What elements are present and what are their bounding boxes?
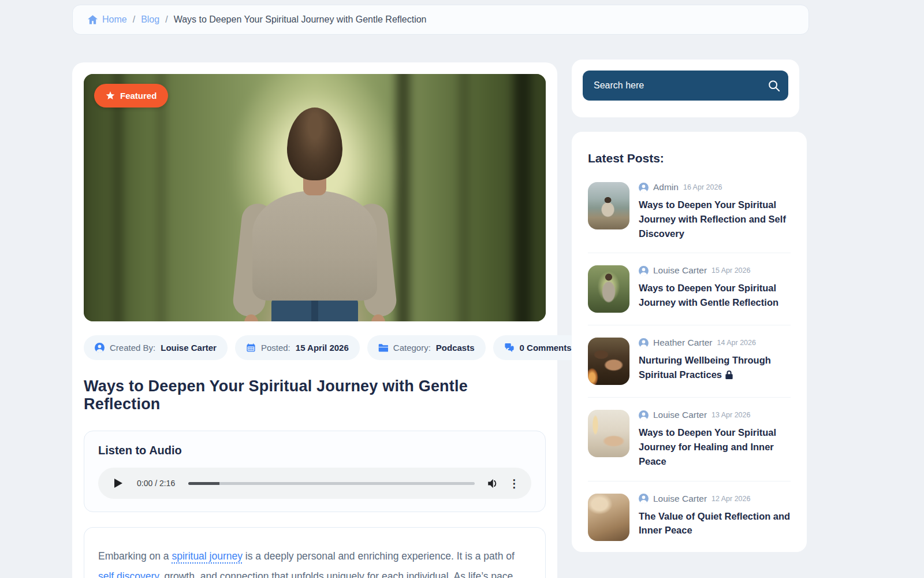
comments-count: 0 Comments — [520, 343, 572, 353]
author-avatar-icon — [639, 266, 649, 276]
post-title[interactable]: The Value of Quiet Reflection and Inner … — [639, 509, 791, 538]
meta-author-pill: Created By: Louise Carter — [84, 335, 228, 360]
article-body-card: Embarking on a spiritual journey is a de… — [84, 527, 546, 578]
post-author: Louise Carter — [653, 410, 707, 420]
list-item[interactable]: Louise Carter 15 Apr 2026 Ways to Deepen… — [588, 253, 791, 325]
self-discovery-link[interactable]: self discovery — [98, 570, 159, 578]
post-meta: Heather Carter 14 Apr 2026 — [639, 338, 791, 348]
post-thumbnail[interactable] — [588, 338, 629, 385]
post-thumbnail[interactable] — [588, 265, 629, 313]
breadcrumb-home-label: Home — [102, 14, 127, 25]
post-title[interactable]: Ways to Deepen Your Spiritual Journey wi… — [639, 198, 791, 240]
post-date: 12 Apr 2026 — [711, 495, 750, 503]
audio-player: 0:00 / 2:16 ⋮ — [98, 468, 531, 499]
folder-icon — [378, 343, 388, 352]
post-meta: Louise Carter 15 Apr 2026 — [639, 265, 791, 276]
post-date: 13 Apr 2026 — [711, 411, 750, 419]
audio-heading: Listen to Audio — [98, 444, 531, 457]
article-card: Featured Created By: Louise Carter Poste… — [72, 62, 557, 578]
author-avatar-icon — [639, 338, 649, 348]
post-thumbnail[interactable] — [588, 410, 629, 457]
search-button[interactable] — [767, 79, 780, 92]
home-icon — [88, 15, 98, 24]
article-hero-image: Featured — [84, 74, 546, 321]
post-author: Louise Carter — [653, 265, 707, 276]
post-meta: Admin 16 Apr 2026 — [639, 182, 791, 192]
breadcrumb: Home / Blog / Ways to Deepen Your Spirit… — [72, 5, 809, 35]
post-date: 15 Apr 2026 — [711, 266, 750, 275]
paragraph-text: is a deeply personal and enriching exper… — [243, 550, 515, 562]
list-item[interactable]: Heather Carter 14 Apr 2026 Nurturing Wel… — [588, 325, 791, 398]
post-title[interactable]: Ways to Deepen Your Spiritual Journey fo… — [639, 425, 791, 468]
created-by-label: Created By: — [110, 343, 155, 353]
audio-seek-bar[interactable] — [188, 482, 475, 485]
paragraph-text: , growth, and connection that unfolds un… — [98, 570, 524, 578]
breadcrumb-home-link[interactable]: Home — [88, 14, 127, 25]
meta-posted-pill: Posted: 15 April 2026 — [235, 335, 360, 360]
post-author: Admin — [653, 182, 679, 192]
article-meta-row: Created By: Louise Carter Posted: 15 Apr… — [84, 335, 546, 360]
audio-section: Listen to Audio 0:00 / 2:16 ⋮ — [84, 431, 546, 512]
list-item[interactable]: Louise Carter 12 Apr 2026 The Value of Q… — [588, 481, 791, 553]
meta-comments-pill[interactable]: 0 Comments — [493, 335, 583, 360]
latest-posts-card: Latest Posts: Admin 16 Apr 2026 Ways to … — [572, 132, 807, 552]
volume-icon[interactable] — [488, 479, 499, 488]
person-figure — [228, 108, 401, 321]
author-avatar-icon — [639, 410, 649, 420]
author-avatar-icon — [639, 183, 649, 192]
post-author: Heather Carter — [653, 338, 713, 348]
list-item[interactable]: Admin 16 Apr 2026 Ways to Deepen Your Sp… — [588, 170, 791, 253]
category-label: Category: — [393, 343, 431, 353]
breadcrumb-separator: / — [133, 14, 135, 25]
category-value[interactable]: Podcasts — [436, 343, 475, 353]
paragraph-text: Embarking on a — [98, 550, 172, 562]
meta-category-pill: Category: Podcasts — [367, 335, 486, 360]
article-paragraph: Embarking on a spiritual journey is a de… — [98, 546, 531, 578]
page-title: Ways to Deepen Your Spiritual Journey wi… — [84, 377, 546, 413]
author-avatar-icon — [639, 494, 649, 503]
post-meta: Louise Carter 13 Apr 2026 — [639, 410, 791, 420]
search-icon — [767, 79, 780, 92]
posted-label: Posted: — [261, 343, 290, 353]
post-author: Louise Carter — [653, 494, 707, 504]
post-meta: Louise Carter 12 Apr 2026 — [639, 494, 791, 504]
audio-time: 0:00 / 2:16 — [137, 479, 175, 488]
featured-badge-label: Featured — [120, 91, 157, 101]
star-icon — [106, 91, 115, 100]
kebab-menu-icon[interactable]: ⋮ — [508, 478, 521, 489]
post-title[interactable]: Ways to Deepen Your Spiritual Journey wi… — [639, 281, 791, 310]
search-input[interactable] — [583, 71, 788, 101]
breadcrumb-blog-label: Blog — [141, 14, 159, 25]
breadcrumb-blog-link[interactable]: Blog — [141, 14, 159, 25]
play-icon — [114, 479, 122, 488]
posted-value: 15 April 2026 — [296, 343, 349, 353]
calendar-icon — [246, 343, 256, 353]
latest-posts-heading: Latest Posts: — [588, 151, 791, 165]
post-date: 14 Apr 2026 — [717, 339, 756, 347]
play-button[interactable] — [109, 473, 128, 493]
lock-icon — [725, 369, 733, 383]
created-by-value: Louise Carter — [161, 343, 217, 353]
post-thumbnail[interactable] — [588, 182, 629, 229]
user-icon — [95, 343, 105, 353]
post-title[interactable]: Nurturing Wellbeing Through Spiritual Pr… — [639, 353, 791, 383]
spiritual-journey-link[interactable]: spiritual journey — [172, 550, 243, 562]
list-item[interactable]: Louise Carter 13 Apr 2026 Ways to Deepen… — [588, 398, 791, 481]
featured-badge: Featured — [94, 84, 168, 108]
breadcrumb-current-page: Ways to Deepen Your Spiritual Journey wi… — [174, 14, 427, 25]
comments-icon — [504, 343, 515, 353]
breadcrumb-separator: / — [165, 14, 167, 25]
post-thumbnail[interactable] — [588, 494, 629, 541]
post-date: 16 Apr 2026 — [683, 183, 722, 191]
search-card — [572, 60, 799, 117]
